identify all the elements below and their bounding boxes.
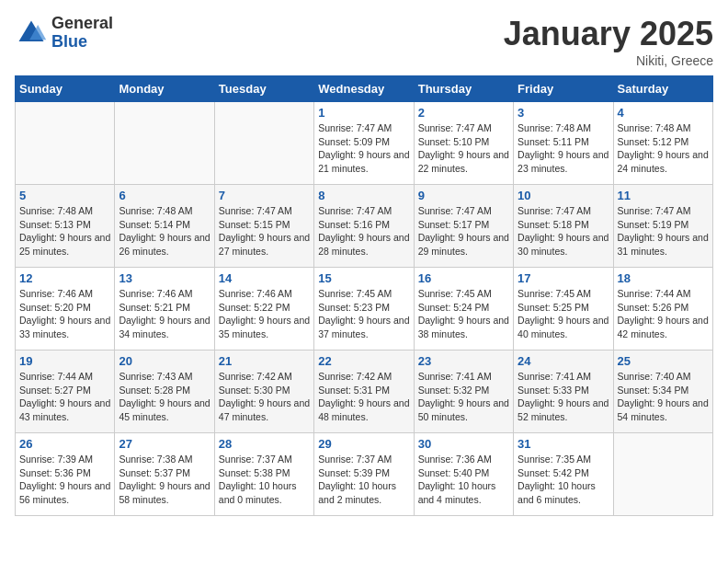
col-header-friday: Friday <box>514 76 613 102</box>
day-number: 22 <box>318 354 409 368</box>
day-info: Sunrise: 7:48 AM Sunset: 5:11 PM Dayligh… <box>518 121 609 176</box>
day-number: 11 <box>618 189 709 202</box>
day-info: Sunrise: 7:45 AM Sunset: 5:24 PM Dayligh… <box>418 287 509 341</box>
calendar-week-row: 1Sunrise: 7:47 AM Sunset: 5:09 PM Daylig… <box>16 102 713 185</box>
day-number: 17 <box>518 271 609 285</box>
calendar-cell: 9Sunrise: 7:47 AM Sunset: 5:17 PM Daylig… <box>414 185 513 268</box>
calendar-cell <box>214 102 313 185</box>
day-info: Sunrise: 7:47 AM Sunset: 5:15 PM Dayligh… <box>219 204 310 259</box>
day-number: 20 <box>119 354 210 368</box>
calendar-week-row: 19Sunrise: 7:44 AM Sunset: 5:27 PM Dayli… <box>16 350 713 433</box>
logo-blue-label: Blue <box>51 33 113 52</box>
day-number: 27 <box>119 437 210 451</box>
day-number: 10 <box>518 189 609 202</box>
calendar-cell: 27Sunrise: 7:38 AM Sunset: 5:37 PM Dayli… <box>115 433 214 516</box>
logo-icon <box>15 17 48 50</box>
month-title: January 2025 <box>504 15 713 53</box>
calendar-cell: 1Sunrise: 7:47 AM Sunset: 5:09 PM Daylig… <box>314 102 414 185</box>
day-info: Sunrise: 7:47 AM Sunset: 5:18 PM Dayligh… <box>518 204 609 259</box>
day-info: Sunrise: 7:41 AM Sunset: 5:32 PM Dayligh… <box>418 370 509 424</box>
calendar-cell: 28Sunrise: 7:37 AM Sunset: 5:38 PM Dayli… <box>214 433 313 516</box>
calendar-cell: 26Sunrise: 7:39 AM Sunset: 5:36 PM Dayli… <box>16 433 115 516</box>
title-area: January 2025 Nikiti, Greece <box>504 15 713 68</box>
day-number: 14 <box>219 271 310 285</box>
day-info: Sunrise: 7:37 AM Sunset: 5:39 PM Dayligh… <box>318 453 409 507</box>
calendar-cell: 5Sunrise: 7:48 AM Sunset: 5:13 PM Daylig… <box>16 185 115 268</box>
col-header-thursday: Thursday <box>414 76 513 102</box>
day-info: Sunrise: 7:40 AM Sunset: 5:34 PM Dayligh… <box>618 370 709 424</box>
day-number: 3 <box>518 106 609 120</box>
col-header-wednesday: Wednesday <box>314 76 414 102</box>
logo: General Blue <box>15 15 113 52</box>
calendar-cell: 16Sunrise: 7:45 AM Sunset: 5:24 PM Dayli… <box>414 268 513 350</box>
day-number: 21 <box>219 354 310 368</box>
day-number: 13 <box>119 271 210 285</box>
day-info: Sunrise: 7:47 AM Sunset: 5:10 PM Dayligh… <box>418 121 509 176</box>
calendar-week-row: 5Sunrise: 7:48 AM Sunset: 5:13 PM Daylig… <box>16 185 713 268</box>
day-number: 5 <box>19 189 110 202</box>
day-number: 15 <box>318 271 409 285</box>
calendar-cell: 29Sunrise: 7:37 AM Sunset: 5:39 PM Dayli… <box>314 433 414 516</box>
calendar-cell <box>613 433 712 516</box>
calendar-cell: 10Sunrise: 7:47 AM Sunset: 5:18 PM Dayli… <box>514 185 613 268</box>
calendar-table: SundayMondayTuesdayWednesdayThursdayFrid… <box>15 75 713 516</box>
day-number: 24 <box>518 354 609 368</box>
day-info: Sunrise: 7:46 AM Sunset: 5:20 PM Dayligh… <box>19 287 110 341</box>
day-number: 6 <box>119 189 210 202</box>
day-number: 29 <box>318 437 409 451</box>
calendar-cell: 7Sunrise: 7:47 AM Sunset: 5:15 PM Daylig… <box>214 185 313 268</box>
day-number: 12 <box>19 271 110 285</box>
calendar-cell: 14Sunrise: 7:46 AM Sunset: 5:22 PM Dayli… <box>214 268 313 350</box>
day-info: Sunrise: 7:42 AM Sunset: 5:30 PM Dayligh… <box>219 370 310 424</box>
calendar-cell: 31Sunrise: 7:35 AM Sunset: 5:42 PM Dayli… <box>514 433 613 516</box>
calendar-week-row: 12Sunrise: 7:46 AM Sunset: 5:20 PM Dayli… <box>16 268 713 350</box>
logo-general-label: General <box>51 15 113 33</box>
day-number: 31 <box>518 437 609 451</box>
day-info: Sunrise: 7:37 AM Sunset: 5:38 PM Dayligh… <box>219 453 310 507</box>
day-number: 18 <box>618 271 709 285</box>
day-number: 8 <box>318 189 409 202</box>
day-number: 4 <box>618 106 709 120</box>
calendar-cell <box>115 102 214 185</box>
calendar-week-row: 26Sunrise: 7:39 AM Sunset: 5:36 PM Dayli… <box>16 433 713 516</box>
day-number: 7 <box>219 189 310 202</box>
day-number: 30 <box>418 437 509 451</box>
calendar-cell: 2Sunrise: 7:47 AM Sunset: 5:10 PM Daylig… <box>414 102 513 185</box>
day-info: Sunrise: 7:45 AM Sunset: 5:25 PM Dayligh… <box>518 287 609 341</box>
day-number: 16 <box>418 271 509 285</box>
day-number: 23 <box>418 354 509 368</box>
day-info: Sunrise: 7:47 AM Sunset: 5:17 PM Dayligh… <box>418 204 509 259</box>
calendar-cell: 12Sunrise: 7:46 AM Sunset: 5:20 PM Dayli… <box>16 268 115 350</box>
calendar-cell: 18Sunrise: 7:44 AM Sunset: 5:26 PM Dayli… <box>613 268 712 350</box>
calendar-cell: 15Sunrise: 7:45 AM Sunset: 5:23 PM Dayli… <box>314 268 414 350</box>
calendar-cell: 23Sunrise: 7:41 AM Sunset: 5:32 PM Dayli… <box>414 350 513 433</box>
calendar-cell: 22Sunrise: 7:42 AM Sunset: 5:31 PM Dayli… <box>314 350 414 433</box>
calendar-header-row: SundayMondayTuesdayWednesdayThursdayFrid… <box>16 76 713 102</box>
day-info: Sunrise: 7:48 AM Sunset: 5:14 PM Dayligh… <box>119 204 210 259</box>
col-header-sunday: Sunday <box>16 76 115 102</box>
header: General Blue January 2025 Nikiti, Greece <box>15 15 713 68</box>
calendar-cell <box>16 102 115 185</box>
day-info: Sunrise: 7:46 AM Sunset: 5:22 PM Dayligh… <box>219 287 310 341</box>
day-number: 26 <box>19 437 110 451</box>
day-info: Sunrise: 7:46 AM Sunset: 5:21 PM Dayligh… <box>119 287 210 341</box>
day-info: Sunrise: 7:36 AM Sunset: 5:40 PM Dayligh… <box>418 453 509 507</box>
calendar-cell: 6Sunrise: 7:48 AM Sunset: 5:14 PM Daylig… <box>115 185 214 268</box>
day-number: 28 <box>219 437 310 451</box>
day-info: Sunrise: 7:45 AM Sunset: 5:23 PM Dayligh… <box>318 287 409 341</box>
day-info: Sunrise: 7:35 AM Sunset: 5:42 PM Dayligh… <box>518 453 609 507</box>
day-number: 2 <box>418 106 509 120</box>
day-info: Sunrise: 7:47 AM Sunset: 5:16 PM Dayligh… <box>318 204 409 259</box>
calendar-cell: 11Sunrise: 7:47 AM Sunset: 5:19 PM Dayli… <box>613 185 712 268</box>
calendar-cell: 19Sunrise: 7:44 AM Sunset: 5:27 PM Dayli… <box>16 350 115 433</box>
col-header-saturday: Saturday <box>613 76 712 102</box>
calendar-cell: 3Sunrise: 7:48 AM Sunset: 5:11 PM Daylig… <box>514 102 613 185</box>
day-info: Sunrise: 7:42 AM Sunset: 5:31 PM Dayligh… <box>318 370 409 424</box>
day-info: Sunrise: 7:39 AM Sunset: 5:36 PM Dayligh… <box>19 453 110 507</box>
day-info: Sunrise: 7:44 AM Sunset: 5:26 PM Dayligh… <box>618 287 709 341</box>
day-info: Sunrise: 7:44 AM Sunset: 5:27 PM Dayligh… <box>19 370 110 424</box>
calendar-cell: 20Sunrise: 7:43 AM Sunset: 5:28 PM Dayli… <box>115 350 214 433</box>
day-info: Sunrise: 7:38 AM Sunset: 5:37 PM Dayligh… <box>119 453 210 507</box>
calendar-cell: 24Sunrise: 7:41 AM Sunset: 5:33 PM Dayli… <box>514 350 613 433</box>
day-number: 1 <box>318 106 409 120</box>
